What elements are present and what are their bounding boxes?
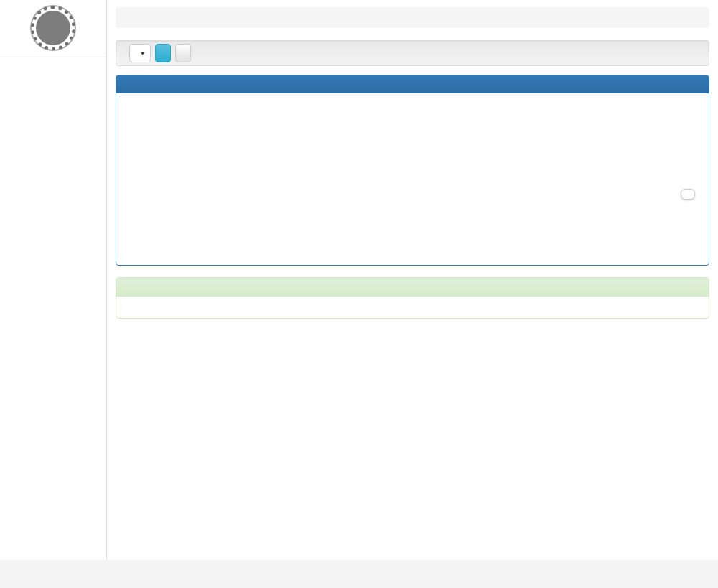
chart-tooltip bbox=[681, 189, 695, 200]
report-filter-form: ▼ bbox=[116, 40, 709, 66]
year-select[interactable] bbox=[129, 44, 151, 62]
year-select-wrap: ▼ bbox=[129, 44, 151, 62]
main-layout: ▼ bbox=[0, 0, 718, 560]
content: ▼ bbox=[107, 0, 718, 560]
detail-panel-heading bbox=[116, 278, 709, 297]
breadcrumb bbox=[116, 7, 709, 28]
chart-panel-body bbox=[116, 93, 709, 265]
profit-chart bbox=[127, 104, 698, 254]
breadcrumb-separator bbox=[126, 12, 132, 23]
profit-chart-panel bbox=[116, 75, 709, 266]
lihat-laporan-button[interactable] bbox=[155, 44, 171, 62]
page: ▼ bbox=[0, 0, 718, 588]
footer bbox=[0, 560, 718, 588]
logo-wrap bbox=[0, 0, 106, 50]
tahun-ini-button[interactable] bbox=[175, 44, 191, 62]
sidebar-menu bbox=[0, 57, 106, 57]
chart-panel-heading bbox=[116, 75, 709, 93]
detail-report-panel bbox=[116, 277, 709, 319]
detail-panel-body bbox=[116, 297, 709, 318]
sidebar bbox=[0, 0, 107, 560]
no-logo-badge bbox=[31, 6, 75, 50]
